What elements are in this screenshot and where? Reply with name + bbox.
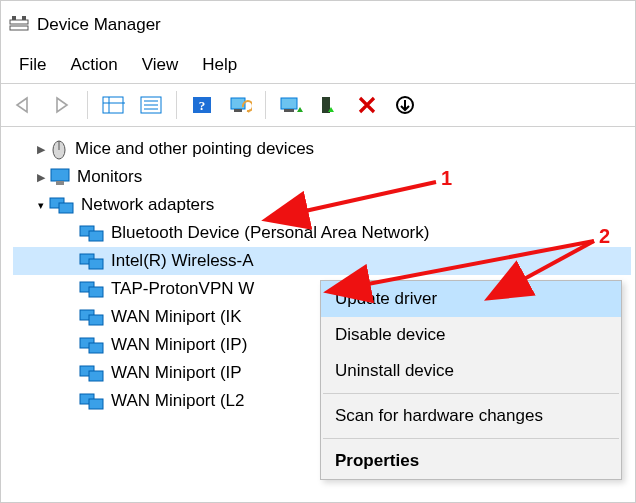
svg-rect-36: [89, 371, 103, 381]
tree-item-label: Network adapters: [81, 191, 214, 219]
svg-rect-16: [284, 109, 294, 112]
svg-rect-26: [89, 231, 103, 241]
svg-rect-14: [234, 109, 242, 112]
chevron-right-icon[interactable]: ▶: [33, 135, 49, 163]
menu-help[interactable]: Help: [190, 53, 249, 77]
disable-device-button[interactable]: [387, 90, 423, 120]
svg-rect-4: [103, 97, 123, 113]
chevron-right-icon[interactable]: ▶: [33, 163, 49, 191]
chevron-down-icon[interactable]: ▾: [33, 191, 49, 219]
network-adapter-icon: [79, 250, 105, 272]
tree-item-label: Monitors: [77, 163, 142, 191]
svg-rect-24: [59, 203, 73, 213]
titlebar: Device Manager: [1, 1, 635, 51]
svg-rect-0: [10, 20, 28, 24]
tree-item-label: Bluetooth Device (Personal Area Network): [111, 219, 429, 247]
menubar: File Action View Help: [1, 51, 635, 83]
svg-rect-38: [89, 399, 103, 409]
ctx-divider: [323, 393, 619, 394]
network-adapter-icon: [79, 334, 105, 356]
svg-rect-21: [51, 169, 69, 181]
tree-item-intel-wireless[interactable]: Intel(R) Wireless-A: [13, 247, 631, 275]
menu-file[interactable]: File: [7, 53, 58, 77]
svg-rect-28: [89, 259, 103, 269]
network-adapter-icon: [79, 278, 105, 300]
tree-item-label: Mice and other pointing devices: [75, 135, 314, 163]
scan-hardware-button[interactable]: [222, 90, 258, 120]
forward-button[interactable]: [44, 90, 80, 120]
svg-rect-17: [322, 97, 330, 113]
uninstall-device-button[interactable]: [349, 90, 385, 120]
menu-view[interactable]: View: [130, 53, 191, 77]
tree-item-mice[interactable]: ▶ Mice and other pointing devices: [13, 135, 631, 163]
update-driver-button[interactable]: [273, 90, 309, 120]
ctx-scan-hardware[interactable]: Scan for hardware changes: [321, 398, 621, 434]
help-button[interactable]: ?: [184, 90, 220, 120]
ctx-properties[interactable]: Properties: [321, 443, 621, 479]
svg-rect-22: [56, 181, 64, 185]
tree-item-label: WAN Miniport (IP: [111, 359, 242, 387]
toolbar-separator: [265, 91, 266, 119]
ctx-update-driver[interactable]: Update driver: [321, 281, 621, 317]
device-manager-window: Device Manager File Action View Help ?: [0, 0, 636, 503]
tree-item-network-adapters[interactable]: ▾ Network adapters: [13, 191, 631, 219]
svg-rect-32: [89, 315, 103, 325]
tree-item-label: WAN Miniport (IK: [111, 303, 242, 331]
network-adapter-icon: [79, 390, 105, 412]
show-hide-tree-button[interactable]: [95, 90, 131, 120]
svg-rect-15: [281, 98, 297, 109]
svg-rect-30: [89, 287, 103, 297]
window-title: Device Manager: [37, 15, 161, 35]
toolbar-separator: [87, 91, 88, 119]
tree-item-label: TAP-ProtonVPN W: [111, 275, 254, 303]
svg-rect-3: [22, 16, 26, 20]
svg-rect-2: [12, 16, 16, 20]
svg-rect-34: [89, 343, 103, 353]
properties-button[interactable]: [133, 90, 169, 120]
toolbar: ?: [1, 83, 635, 127]
tree-item-monitors[interactable]: ▶ Monitors: [13, 163, 631, 191]
ctx-disable-device[interactable]: Disable device: [321, 317, 621, 353]
monitor-icon: [49, 166, 71, 188]
context-menu: Update driver Disable device Uninstall d…: [320, 280, 622, 480]
tree-item-label: Intel(R) Wireless-A: [111, 247, 254, 275]
network-adapter-icon: [79, 362, 105, 384]
toolbar-separator: [176, 91, 177, 119]
network-adapter-icon: [79, 222, 105, 244]
tree-item-bluetooth[interactable]: Bluetooth Device (Personal Area Network): [13, 219, 631, 247]
tree-item-label: WAN Miniport (IP): [111, 331, 247, 359]
network-adapter-icon: [79, 306, 105, 328]
svg-text:?: ?: [199, 98, 206, 113]
enable-device-button[interactable]: [311, 90, 347, 120]
network-adapter-icon: [49, 194, 75, 216]
svg-rect-1: [10, 26, 28, 30]
back-button[interactable]: [6, 90, 42, 120]
app-icon: [9, 15, 29, 35]
ctx-uninstall-device[interactable]: Uninstall device: [321, 353, 621, 389]
tree-item-label: WAN Miniport (L2: [111, 387, 245, 415]
mouse-icon: [49, 138, 69, 160]
menu-action[interactable]: Action: [58, 53, 129, 77]
ctx-divider: [323, 438, 619, 439]
